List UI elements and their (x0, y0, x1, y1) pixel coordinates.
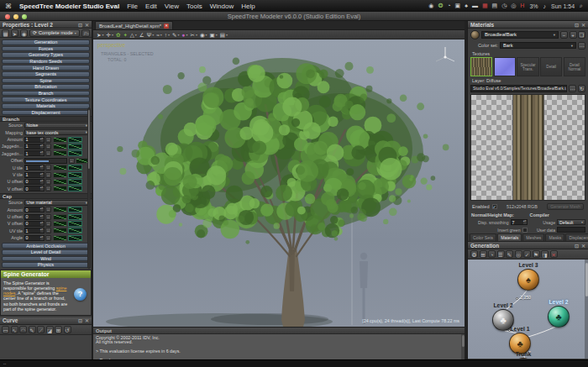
cap-variance-thumb[interactable] (68, 228, 82, 233)
generation-node-graph[interactable]: 2,35017116Level 3♠Level 2♣Level 2♣Level … (468, 260, 588, 359)
star-icon[interactable]: ✦ (122, 31, 128, 39)
branch-variance-thumb[interactable] (68, 172, 82, 178)
gen-lamp-icon[interactable]: ◨ (541, 250, 549, 258)
tree-icon[interactable]: Ψ▾ (146, 31, 155, 39)
visibility-icon[interactable]: ◉ (20, 29, 28, 37)
branch-variance-thumb[interactable] (68, 137, 82, 143)
curve-bezier-icon[interactable]: ◠ (19, 326, 27, 333)
user-data-input[interactable] (557, 227, 585, 233)
section-button-spine[interactable]: Spine (2, 78, 90, 84)
cap-value-input[interactable]: 0▴▾ (24, 235, 45, 241)
branch-value-input[interactable]: 1▴▾ (24, 165, 45, 170)
gen-timer-icon[interactable]: ◔ (488, 250, 496, 258)
browse-button[interactable]: ⋯ (569, 85, 576, 92)
close-tab-icon[interactable]: ✕ (164, 24, 169, 29)
cap-value-input[interactable]: 0▴▾ (24, 214, 45, 220)
app-menu-title[interactable]: SpeedTree Modeler Studio Eval (19, 3, 119, 10)
invert-green-checkbox[interactable] (522, 228, 528, 233)
branch-dropdown[interactable]: base tex coords▾ (24, 129, 91, 135)
branch-slider[interactable] (24, 158, 68, 164)
menu-item-file[interactable]: File (127, 3, 138, 10)
timemachine-icon[interactable]: ◔ (447, 3, 450, 9)
property-filter-input[interactable]: Property filter (81, 29, 90, 37)
spinner-icon[interactable]: ▴▾ (40, 144, 44, 149)
section-button-random-seeds[interactable]: Random Seeds (2, 59, 90, 65)
cap-value-input[interactable]: 1▴▾ (24, 228, 45, 233)
branch-value-input[interactable]: 1▴▾ (24, 144, 45, 149)
branch-curve-thumb[interactable] (53, 150, 67, 156)
color-set-more-button[interactable]: ⋯ (578, 42, 585, 50)
color-set-dropdown[interactable]: Bark ▾ (500, 42, 576, 49)
cap-value-input[interactable]: 0▴▾ (24, 207, 45, 212)
tab-displacements[interactable]: Displacements (565, 233, 588, 241)
dock-panel-icon[interactable]: ⊡ (575, 22, 579, 28)
spinner-icon[interactable]: ▴▾ (40, 222, 44, 226)
section-button-bifurcation[interactable]: Bifurcation (2, 84, 90, 90)
texture-slot-detail-normal[interactable]: Detail Normal (564, 57, 585, 76)
cap-curve-button[interactable]: ↔ (45, 235, 51, 241)
generate-mesh-button[interactable]: Generate Mesh (547, 203, 584, 210)
branch-value-input[interactable]: 0▴▾ (24, 179, 45, 185)
branch-curve-button[interactable]: ↔ (45, 179, 51, 185)
curve-spline-icon[interactable]: ∿ (11, 326, 18, 333)
leaf-icon[interactable]: ✿ (115, 31, 121, 39)
tab-meshes[interactable]: Meshes (522, 233, 544, 241)
branch-curve-button[interactable]: ↔ (69, 158, 75, 164)
branch-variance-thumb[interactable] (68, 186, 82, 191)
spinner-icon[interactable]: ▴▾ (40, 228, 44, 233)
section-button-segments[interactable]: Segments (2, 71, 90, 77)
cap-curve-button[interactable]: ↔ (45, 221, 51, 227)
branch-curve-thumb[interactable] (53, 186, 67, 191)
menu-item-edit[interactable]: Edit (145, 3, 157, 10)
document-tab[interactable]: BroadLeaf_HighDetail.spm* ✕ (95, 21, 173, 29)
gizmo-icon[interactable]: △▾ (129, 31, 138, 39)
disp-smoothing-input[interactable]: 7▴▾ (511, 219, 528, 225)
branch-curve-button[interactable]: ↔ (45, 150, 51, 156)
dock-panel-icon[interactable]: ⊡ (575, 243, 579, 249)
close-panel-icon[interactable]: ✕ (581, 243, 585, 249)
branch-variance-thumb[interactable] (68, 144, 82, 149)
spinner-icon[interactable]: ▴▾ (40, 215, 44, 219)
category-button-physics[interactable]: Physics (2, 262, 90, 268)
cap-variance-thumb[interactable] (68, 214, 82, 220)
texture-slot-diffuse[interactable] (470, 57, 492, 76)
category-button-level-of-detail[interactable]: Level of Detail (2, 249, 90, 255)
tab-materials[interactable]: Materials (497, 233, 522, 241)
output-log[interactable]: Copyright © 2002-2011 IDV, Inc.All right… (93, 334, 465, 360)
properties-scrollbar[interactable] (87, 107, 91, 269)
branch-variance-thumb[interactable] (68, 179, 82, 185)
menu-clock[interactable]: Sun 1:54 (551, 3, 575, 9)
branch-variance-thumb[interactable] (68, 165, 82, 170)
spinner-icon[interactable]: ▴▾ (40, 207, 44, 212)
gen-sun-icon[interactable]: ❂ (470, 250, 478, 258)
branch-curve-button[interactable]: ↔ (45, 165, 51, 170)
pin-icon[interactable]: ●▾ (181, 31, 188, 39)
menu-item-tools[interactable]: Tools (186, 3, 202, 10)
cap-dropdown[interactable]: Use material▾ (24, 200, 91, 206)
generation-panel-header[interactable]: Generation ⊡ ✕ (468, 242, 588, 249)
curve-linear-icon[interactable]: ▭ (2, 326, 9, 333)
materials-panel-header[interactable]: Materials ⊡ ✕ (468, 21, 588, 29)
dock-panel-icon[interactable]: ⊡ (78, 22, 82, 28)
branch-curve-button[interactable]: ↔ (45, 137, 51, 143)
enabled-checkbox[interactable]: ✓ (492, 204, 497, 209)
airport-icon[interactable]: ▬ (472, 3, 478, 9)
wind-icon[interactable]: ≈▾ (155, 31, 163, 39)
properties-panel-header[interactable]: Properties : Level 2 ⊡ ✕ (0, 21, 92, 29)
section-button-forces[interactable]: Forces (2, 46, 90, 52)
branch-curve-button[interactable]: ↔ (45, 144, 51, 149)
spotlight-icon[interactable]: ⌕ (580, 3, 583, 9)
dock-panel-icon[interactable]: ⊡ (78, 317, 82, 323)
spinner-icon[interactable]: ▴▾ (40, 186, 44, 191)
spinner-icon[interactable]: ▴▾ (40, 151, 44, 155)
tab-color-sets[interactable]: Color Sets (470, 233, 496, 241)
node-edit-icon[interactable]: ✛▾ (105, 31, 113, 39)
battery-percent[interactable]: 3% (529, 3, 538, 9)
branch-dropdown[interactable]: Noise▾ (24, 123, 91, 128)
remove-material-button[interactable]: − (560, 31, 568, 39)
gen-grid-icon[interactable]: ⊞ (480, 250, 487, 258)
texture-slot-detail[interactable]: Detail (540, 57, 562, 76)
cap-curve-button[interactable]: ↔ (45, 228, 51, 233)
spinner-icon[interactable]: ▴▾ (40, 173, 44, 177)
add-material-button[interactable]: + (570, 31, 577, 39)
